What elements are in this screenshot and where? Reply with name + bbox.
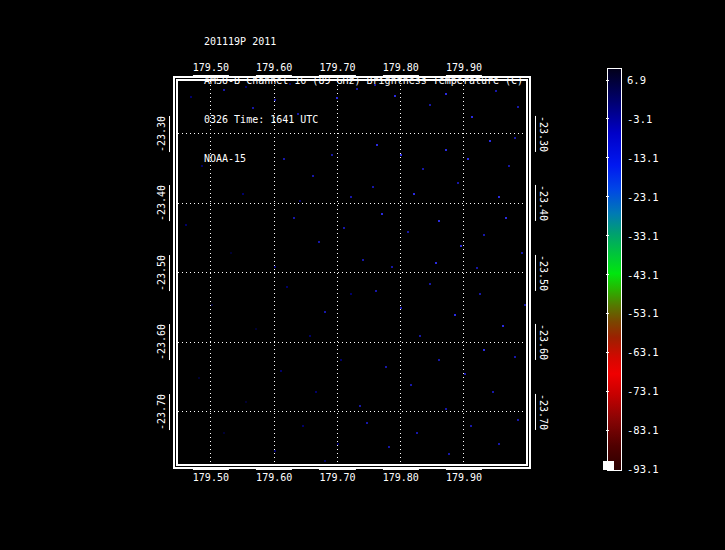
x-tick-label-top: 179.60 [256,62,292,76]
data-point [312,175,314,177]
y-tick-label-left: -23.40 [156,185,170,221]
data-point [359,405,361,407]
colorbar-tick [606,469,609,470]
colorbar-tick-label: 6.9 [627,74,646,86]
data-point [470,425,472,427]
data-point [419,335,421,337]
data-point [185,224,187,226]
run-id: 201119P 2011 [204,35,523,48]
data-point [318,241,320,243]
data-point [242,193,244,195]
data-point [309,335,311,337]
data-point [429,283,431,285]
data-point [502,325,504,327]
data-point [274,266,276,268]
data-point [388,446,390,448]
data-point [438,359,440,361]
data-point [492,391,494,393]
data-point [524,304,526,306]
x-tick-label-bottom: 179.70 [319,469,355,483]
colorbar-tick [606,313,609,314]
data-point [198,377,200,379]
colorbar-tick-label: -23.1 [627,191,659,203]
data-point [457,182,459,184]
y-tick-label-right: -23.50 [535,255,549,291]
data-point [413,193,415,195]
data-point [517,419,519,421]
colorbar-tick [606,235,609,236]
colorbar-tick [606,391,609,392]
data-point [297,113,299,115]
y-tick-label-left: -23.60 [156,324,170,360]
x-tick-label-bottom: 179.50 [193,469,229,483]
x-tick-label-bottom: 179.90 [446,469,482,483]
data-point [476,267,478,269]
data-point [429,104,431,106]
data-point [283,158,285,160]
colorbar-tick [606,196,609,197]
data-point [245,401,247,403]
data-point [331,154,333,156]
data-point [201,165,203,167]
data-point [372,186,374,188]
data-point [190,96,192,98]
y-tick-label-right: -23.70 [535,394,549,430]
colorbar-tick [606,157,609,158]
x-tick-text: 179.60 [256,62,292,76]
x-tick-text: 179.50 [193,62,229,76]
x-tick-label-top: 179.80 [383,62,419,76]
data-point [211,304,213,306]
y-tick-text: -23.40 [535,185,549,221]
data-point [337,443,339,445]
data-point [350,196,352,198]
data-point [280,370,282,372]
data-point [498,196,500,198]
colorbar-tick-label: -3.1 [627,113,652,125]
data-point [362,259,364,261]
data-point [460,245,462,247]
x-tick-text: 179.80 [383,62,419,76]
data-point [435,262,437,264]
data-point [400,154,402,156]
x-tick-text: 179.90 [446,62,482,76]
data-point [324,460,326,462]
map-plot-area [176,79,528,466]
data-point [293,217,295,219]
data-point [454,314,456,316]
data-point [223,89,225,91]
y-tick-text: -23.30 [535,116,549,152]
colorbar-tick [606,80,609,81]
colorbar-tick-label: -63.1 [627,346,659,358]
colorbar-tick-label: -53.1 [627,307,659,319]
data-point [464,373,466,375]
y-tick-label-left: -23.70 [156,394,170,430]
data-point [315,391,317,393]
data-point [274,99,276,101]
y-tick-text: -23.70 [535,394,549,430]
y-tick-text: -23.60 [535,324,549,360]
data-point [381,213,383,215]
data-point [422,168,424,170]
data-point [508,165,510,167]
data-point [467,158,469,160]
grid-line-horizontal [178,342,526,343]
data-point [274,450,276,452]
y-tick-text: -23.50 [156,255,170,291]
data-point [356,88,358,90]
data-point [483,234,485,236]
data-point [495,90,497,92]
y-tick-label-left: -23.30 [156,116,170,152]
data-point [299,200,301,202]
x-tick-label-bottom: 179.60 [256,469,292,483]
data-point [394,95,396,97]
x-tick-label-bottom: 179.80 [383,469,419,483]
y-tick-text: -23.40 [156,185,170,221]
y-tick-label-right: -23.60 [535,324,549,360]
data-point [517,106,519,108]
data-point [445,408,447,410]
x-tick-text: 179.50 [193,469,229,483]
y-tick-text: -23.70 [156,394,170,430]
y-tick-label-right: -23.40 [535,185,549,221]
data-point [336,97,338,99]
y-tick-label-right: -23.30 [535,116,549,152]
